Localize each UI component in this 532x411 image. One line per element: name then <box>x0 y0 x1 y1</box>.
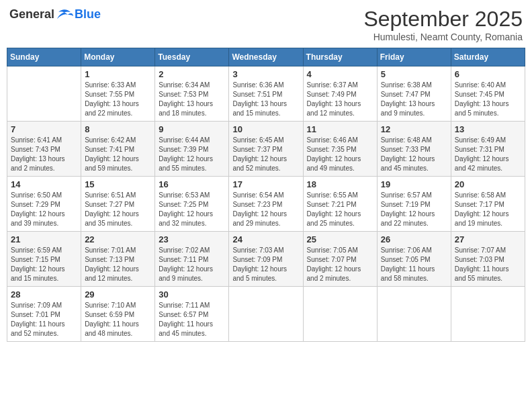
calendar-cell: 30Sunrise: 7:11 AMSunset: 6:57 PMDayligh… <box>155 287 229 342</box>
day-number: 2 <box>159 69 225 79</box>
day-info: Sunrise: 6:36 AMSunset: 7:51 PMDaylight:… <box>232 81 299 118</box>
calendar-cell: 10Sunrise: 6:45 AMSunset: 7:37 PMDayligh… <box>229 122 303 177</box>
calendar-cell: 21Sunrise: 6:59 AMSunset: 7:15 PMDayligh… <box>7 232 81 287</box>
calendar-cell <box>229 287 303 342</box>
day-of-week-header: Wednesday <box>229 48 303 66</box>
calendar-cell <box>451 287 525 342</box>
day-of-week-header: Sunday <box>7 48 81 66</box>
day-info: Sunrise: 6:54 AMSunset: 7:23 PMDaylight:… <box>232 191 299 228</box>
day-number: 9 <box>159 124 225 134</box>
calendar-cell: 1Sunrise: 6:33 AMSunset: 7:55 PMDaylight… <box>81 66 155 122</box>
calendar-cell: 8Sunrise: 6:42 AMSunset: 7:41 PMDaylight… <box>81 122 155 177</box>
day-number: 29 <box>85 289 151 300</box>
location-subtitle: Humulesti, Neamt County, Romania <box>363 32 523 42</box>
day-info: Sunrise: 6:45 AMSunset: 7:37 PMDaylight:… <box>232 136 299 173</box>
day-info: Sunrise: 7:11 AMSunset: 6:57 PMDaylight:… <box>159 301 225 338</box>
day-number: 28 <box>11 289 77 300</box>
day-info: Sunrise: 7:07 AMSunset: 7:03 PMDaylight:… <box>455 246 521 283</box>
day-info: Sunrise: 6:51 AMSunset: 7:27 PMDaylight:… <box>85 191 151 228</box>
day-number: 19 <box>381 179 447 189</box>
calendar-week-row: 1Sunrise: 6:33 AMSunset: 7:55 PMDaylight… <box>7 66 525 122</box>
calendar-cell: 5Sunrise: 6:38 AMSunset: 7:47 PMDaylight… <box>377 66 451 122</box>
calendar-cell: 22Sunrise: 7:01 AMSunset: 7:13 PMDayligh… <box>81 232 155 287</box>
calendar-cell: 17Sunrise: 6:54 AMSunset: 7:23 PMDayligh… <box>229 177 303 232</box>
day-number: 30 <box>159 289 225 300</box>
day-number: 4 <box>307 69 373 79</box>
logo-bird-icon <box>56 7 75 21</box>
day-number: 8 <box>85 124 151 134</box>
day-info: Sunrise: 7:10 AMSunset: 6:59 PMDaylight:… <box>85 301 151 338</box>
day-number: 20 <box>455 179 521 189</box>
day-of-week-header: Saturday <box>451 48 525 66</box>
calendar-week-row: 21Sunrise: 6:59 AMSunset: 7:15 PMDayligh… <box>7 232 525 287</box>
day-info: Sunrise: 7:09 AMSunset: 7:01 PMDaylight:… <box>11 301 77 338</box>
day-info: Sunrise: 6:42 AMSunset: 7:41 PMDaylight:… <box>85 136 151 173</box>
calendar-cell: 24Sunrise: 7:03 AMSunset: 7:09 PMDayligh… <box>229 232 303 287</box>
day-info: Sunrise: 6:53 AMSunset: 7:25 PMDaylight:… <box>159 191 225 228</box>
calendar-cell: 25Sunrise: 7:05 AMSunset: 7:07 PMDayligh… <box>303 232 377 287</box>
day-number: 17 <box>232 179 299 189</box>
day-info: Sunrise: 7:01 AMSunset: 7:13 PMDaylight:… <box>85 246 151 283</box>
day-number: 3 <box>232 69 299 79</box>
day-number: 16 <box>159 179 225 189</box>
calendar-cell: 7Sunrise: 6:41 AMSunset: 7:43 PMDaylight… <box>7 122 81 177</box>
calendar-cell: 29Sunrise: 7:10 AMSunset: 6:59 PMDayligh… <box>81 287 155 342</box>
calendar-cell: 19Sunrise: 6:57 AMSunset: 7:19 PMDayligh… <box>377 177 451 232</box>
calendar-week-row: 28Sunrise: 7:09 AMSunset: 7:01 PMDayligh… <box>7 287 525 342</box>
logo-blue-text: Blue <box>75 7 101 21</box>
day-number: 5 <box>381 69 447 79</box>
calendar-cell: 26Sunrise: 7:06 AMSunset: 7:05 PMDayligh… <box>377 232 451 287</box>
day-of-week-header: Monday <box>81 48 155 66</box>
calendar-cell: 28Sunrise: 7:09 AMSunset: 7:01 PMDayligh… <box>7 287 81 342</box>
day-info: Sunrise: 7:05 AMSunset: 7:07 PMDaylight:… <box>307 246 373 283</box>
title-section: September 2025 Humulesti, Neamt County, … <box>363 7 523 42</box>
calendar-cell: 11Sunrise: 6:46 AMSunset: 7:35 PMDayligh… <box>303 122 377 177</box>
day-info: Sunrise: 6:33 AMSunset: 7:55 PMDaylight:… <box>85 81 151 118</box>
page-header: General Blue September 2025 Humulesti, N… <box>7 7 525 42</box>
calendar-cell <box>303 287 377 342</box>
day-number: 27 <box>455 234 521 244</box>
day-info: Sunrise: 6:41 AMSunset: 7:43 PMDaylight:… <box>11 136 77 173</box>
day-number: 10 <box>232 124 299 134</box>
day-info: Sunrise: 6:38 AMSunset: 7:47 PMDaylight:… <box>381 81 447 118</box>
calendar-cell: 3Sunrise: 6:36 AMSunset: 7:51 PMDaylight… <box>229 66 303 122</box>
month-title: September 2025 <box>363 7 523 32</box>
calendar-cell: 6Sunrise: 6:40 AMSunset: 7:45 PMDaylight… <box>451 66 525 122</box>
day-number: 25 <box>307 234 373 244</box>
calendar-week-row: 7Sunrise: 6:41 AMSunset: 7:43 PMDaylight… <box>7 122 525 177</box>
calendar-cell: 2Sunrise: 6:34 AMSunset: 7:53 PMDaylight… <box>155 66 229 122</box>
day-info: Sunrise: 6:55 AMSunset: 7:21 PMDaylight:… <box>307 191 373 228</box>
day-number: 1 <box>85 69 151 79</box>
day-info: Sunrise: 6:46 AMSunset: 7:35 PMDaylight:… <box>307 136 373 173</box>
calendar-table: SundayMondayTuesdayWednesdayThursdayFrid… <box>7 48 525 342</box>
calendar-cell: 9Sunrise: 6:44 AMSunset: 7:39 PMDaylight… <box>155 122 229 177</box>
day-number: 18 <box>307 179 373 189</box>
day-number: 11 <box>307 124 373 134</box>
day-info: Sunrise: 6:58 AMSunset: 7:17 PMDaylight:… <box>455 191 521 228</box>
calendar-week-row: 14Sunrise: 6:50 AMSunset: 7:29 PMDayligh… <box>7 177 525 232</box>
calendar-cell: 4Sunrise: 6:37 AMSunset: 7:49 PMDaylight… <box>303 66 377 122</box>
calendar-cell: 20Sunrise: 6:58 AMSunset: 7:17 PMDayligh… <box>451 177 525 232</box>
day-info: Sunrise: 6:49 AMSunset: 7:31 PMDaylight:… <box>455 136 521 173</box>
calendar-cell: 14Sunrise: 6:50 AMSunset: 7:29 PMDayligh… <box>7 177 81 232</box>
calendar-cell: 13Sunrise: 6:49 AMSunset: 7:31 PMDayligh… <box>451 122 525 177</box>
day-info: Sunrise: 6:57 AMSunset: 7:19 PMDaylight:… <box>381 191 447 228</box>
day-number: 6 <box>455 69 521 79</box>
calendar-cell: 18Sunrise: 6:55 AMSunset: 7:21 PMDayligh… <box>303 177 377 232</box>
day-number: 22 <box>85 234 151 244</box>
day-info: Sunrise: 6:59 AMSunset: 7:15 PMDaylight:… <box>11 246 77 283</box>
calendar-cell: 16Sunrise: 6:53 AMSunset: 7:25 PMDayligh… <box>155 177 229 232</box>
day-number: 24 <box>232 234 299 244</box>
calendar-cell <box>7 66 81 122</box>
calendar-cell: 23Sunrise: 7:02 AMSunset: 7:11 PMDayligh… <box>155 232 229 287</box>
logo-general-text: General <box>9 7 54 21</box>
day-number: 23 <box>159 234 225 244</box>
day-info: Sunrise: 6:37 AMSunset: 7:49 PMDaylight:… <box>307 81 373 118</box>
day-info: Sunrise: 7:02 AMSunset: 7:11 PMDaylight:… <box>159 246 225 283</box>
day-number: 21 <box>11 234 77 244</box>
calendar-cell: 27Sunrise: 7:07 AMSunset: 7:03 PMDayligh… <box>451 232 525 287</box>
day-of-week-header: Friday <box>377 48 451 66</box>
day-number: 7 <box>11 124 77 134</box>
logo: General Blue <box>9 7 101 21</box>
calendar-cell: 12Sunrise: 6:48 AMSunset: 7:33 PMDayligh… <box>377 122 451 177</box>
